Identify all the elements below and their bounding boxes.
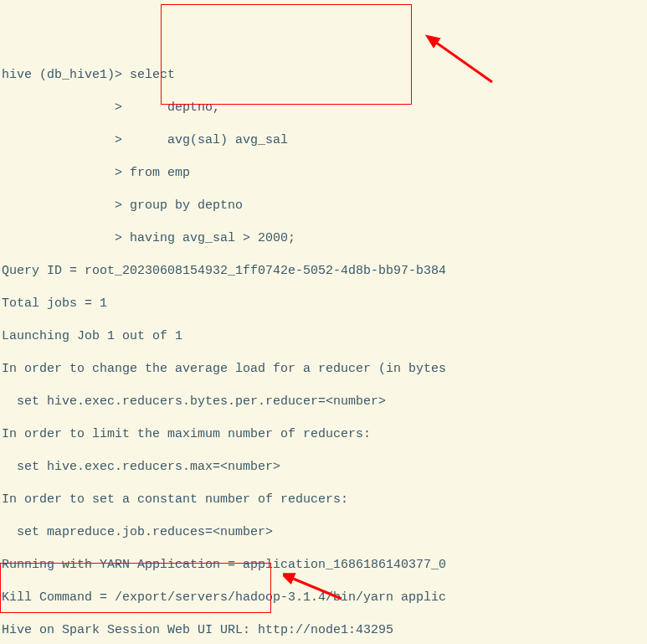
continuation: > [2,100,122,115]
output-reducer-set-3: set mapreduce.job.reduces=<number> [2,524,645,541]
terminal-line-cont: > from emp [2,165,645,182]
terminal-line-prompt: hive (db_hive1)> select [2,67,645,84]
sql-line-4: from emp [122,166,190,180]
output-reducer-msg-2: In order to limit the maximum number of … [2,426,645,443]
sql-line-5: group by deptno [122,198,243,213]
sql-line-1: select [122,68,175,82]
output-web-ui: Hive on Spark Session Web UI URL: http:/… [2,622,645,639]
annotation-box-1 [161,4,412,105]
output-kill-cmd: Kill Command = /export/servers/hadoop-3.… [2,590,645,606]
continuation: > [2,166,122,180]
output-launching: Launching Job 1 out of 1 [2,328,645,345]
continuation: > [2,231,122,245]
sql-line-2: deptno, [122,100,220,115]
output-yarn-app: Running with YARN Application = applicat… [2,557,645,574]
terminal-line-cont: > avg(sal) avg_sal [2,132,645,149]
output-reducer-msg-1: In order to change the average load for … [2,361,645,378]
output-reducer-set-2: set hive.exec.reducers.max=<number> [2,459,645,476]
terminal-line-cont: > group by deptno [2,198,645,214]
continuation: > [2,133,122,147]
terminal-line-cont: > having avg_sal > 2000; [2,230,645,247]
sql-line-6: having avg_sal > 2000; [122,231,295,245]
output-reducer-msg-3: In order to set a constant number of red… [2,492,645,508]
output-query-id: Query ID = root_20230608154932_1ff0742e-… [2,263,645,280]
sql-line-3: avg(sal) avg_sal [122,133,288,147]
prompt: hive (db_hive1)> [2,68,122,82]
terminal-line-cont: > deptno, [2,100,645,116]
continuation: > [2,198,122,213]
output-total-jobs: Total jobs = 1 [2,296,645,312]
output-reducer-set-1: set hive.exec.reducers.bytes.per.reducer… [2,394,645,410]
